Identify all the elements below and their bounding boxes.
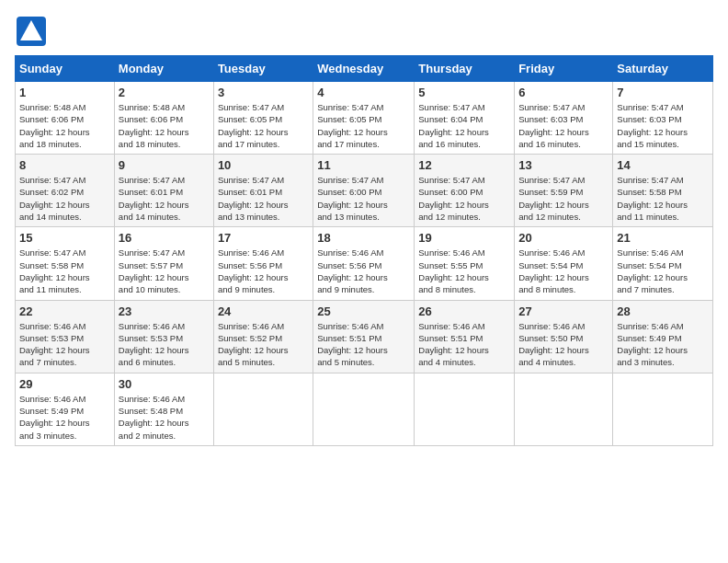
- calendar-cell: 19Sunrise: 5:46 AM Sunset: 5:55 PM Dayli…: [415, 227, 515, 300]
- calendar-cell: [415, 373, 515, 445]
- day-detail: Sunrise: 5:47 AM Sunset: 6:00 PM Dayligh…: [317, 174, 410, 223]
- day-number: 30: [119, 377, 210, 391]
- day-detail: Sunrise: 5:46 AM Sunset: 5:55 PM Dayligh…: [418, 247, 510, 295]
- day-detail: Sunrise: 5:46 AM Sunset: 5:54 PM Dayligh…: [617, 247, 709, 295]
- day-number: 28: [617, 304, 709, 318]
- day-detail: Sunrise: 5:46 AM Sunset: 5:56 PM Dayligh…: [218, 247, 309, 295]
- day-detail: Sunrise: 5:47 AM Sunset: 5:57 PM Dayligh…: [119, 247, 210, 295]
- day-number: 12: [418, 158, 510, 172]
- day-detail: Sunrise: 5:46 AM Sunset: 5:54 PM Dayligh…: [518, 247, 609, 295]
- day-number: 10: [218, 158, 309, 172]
- day-number: 11: [317, 158, 410, 172]
- calendar-cell: 6Sunrise: 5:47 AM Sunset: 6:03 PM Daylig…: [515, 82, 613, 155]
- weekday-header-friday: Friday: [515, 56, 613, 82]
- day-detail: Sunrise: 5:46 AM Sunset: 5:53 PM Dayligh…: [119, 320, 210, 369]
- calendar-week-row: 29Sunrise: 5:46 AM Sunset: 5:49 PM Dayli…: [16, 373, 713, 445]
- calendar-cell: 25Sunrise: 5:46 AM Sunset: 5:51 PM Dayli…: [313, 300, 415, 373]
- day-number: 9: [119, 158, 210, 172]
- day-detail: Sunrise: 5:46 AM Sunset: 5:49 PM Dayligh…: [617, 320, 709, 369]
- day-detail: Sunrise: 5:47 AM Sunset: 5:59 PM Dayligh…: [518, 174, 609, 223]
- day-number: 19: [418, 231, 510, 245]
- logo-icon: [15, 15, 48, 52]
- weekday-header-wednesday: Wednesday: [313, 56, 415, 82]
- calendar-cell: 28Sunrise: 5:46 AM Sunset: 5:49 PM Dayli…: [613, 300, 713, 373]
- day-detail: Sunrise: 5:48 AM Sunset: 6:06 PM Dayligh…: [119, 101, 210, 150]
- day-number: 22: [19, 304, 110, 318]
- day-number: 5: [418, 86, 510, 99]
- day-detail: Sunrise: 5:47 AM Sunset: 6:01 PM Dayligh…: [218, 174, 309, 223]
- calendar-cell: 5Sunrise: 5:47 AM Sunset: 6:04 PM Daylig…: [415, 82, 515, 155]
- calendar-cell: 8Sunrise: 5:47 AM Sunset: 6:02 PM Daylig…: [16, 155, 115, 227]
- calendar-cell: 7Sunrise: 5:47 AM Sunset: 6:03 PM Daylig…: [613, 82, 713, 155]
- day-detail: Sunrise: 5:46 AM Sunset: 5:52 PM Dayligh…: [218, 320, 309, 369]
- weekday-header-sunday: Sunday: [16, 56, 115, 82]
- calendar-cell: 27Sunrise: 5:46 AM Sunset: 5:50 PM Dayli…: [515, 300, 613, 373]
- day-detail: Sunrise: 5:46 AM Sunset: 5:49 PM Dayligh…: [19, 393, 110, 442]
- header: [15, 15, 713, 52]
- day-number: 2: [119, 86, 210, 99]
- day-number: 23: [119, 304, 210, 318]
- calendar-cell: 29Sunrise: 5:46 AM Sunset: 5:49 PM Dayli…: [16, 373, 115, 445]
- day-number: 21: [617, 231, 709, 245]
- calendar-cell: 16Sunrise: 5:47 AM Sunset: 5:57 PM Dayli…: [114, 227, 213, 300]
- calendar-cell: 3Sunrise: 5:47 AM Sunset: 6:05 PM Daylig…: [213, 82, 313, 155]
- day-detail: Sunrise: 5:47 AM Sunset: 5:58 PM Dayligh…: [19, 247, 110, 295]
- calendar-cell: 9Sunrise: 5:47 AM Sunset: 6:01 PM Daylig…: [114, 155, 213, 227]
- day-detail: Sunrise: 5:46 AM Sunset: 5:51 PM Dayligh…: [317, 320, 410, 369]
- calendar-cell: 10Sunrise: 5:47 AM Sunset: 6:01 PM Dayli…: [213, 155, 313, 227]
- calendar-week-row: 15Sunrise: 5:47 AM Sunset: 5:58 PM Dayli…: [16, 227, 713, 300]
- day-number: 24: [218, 304, 309, 318]
- day-number: 25: [317, 304, 410, 318]
- calendar-cell: 30Sunrise: 5:46 AM Sunset: 5:48 PM Dayli…: [114, 373, 213, 445]
- day-number: 18: [317, 231, 410, 245]
- calendar-cell: 2Sunrise: 5:48 AM Sunset: 6:06 PM Daylig…: [114, 82, 213, 155]
- calendar-cell: 18Sunrise: 5:46 AM Sunset: 5:56 PM Dayli…: [313, 227, 415, 300]
- calendar-cell: 11Sunrise: 5:47 AM Sunset: 6:00 PM Dayli…: [313, 155, 415, 227]
- weekday-header-thursday: Thursday: [415, 56, 515, 82]
- weekday-header-monday: Monday: [114, 56, 213, 82]
- calendar-cell: 26Sunrise: 5:46 AM Sunset: 5:51 PM Dayli…: [415, 300, 515, 373]
- day-detail: Sunrise: 5:48 AM Sunset: 6:06 PM Dayligh…: [19, 101, 110, 150]
- day-number: 15: [19, 231, 110, 245]
- day-detail: Sunrise: 5:46 AM Sunset: 5:56 PM Dayligh…: [317, 247, 410, 295]
- day-number: 6: [518, 86, 609, 99]
- day-number: 29: [19, 377, 110, 391]
- calendar-cell: 23Sunrise: 5:46 AM Sunset: 5:53 PM Dayli…: [114, 300, 213, 373]
- day-number: 20: [518, 231, 609, 245]
- calendar-cell: [515, 373, 613, 445]
- calendar-table: SundayMondayTuesdayWednesdayThursdayFrid…: [15, 55, 713, 446]
- day-number: 14: [617, 158, 709, 172]
- day-detail: Sunrise: 5:47 AM Sunset: 6:05 PM Dayligh…: [317, 101, 410, 150]
- calendar-cell: 21Sunrise: 5:46 AM Sunset: 5:54 PM Dayli…: [613, 227, 713, 300]
- day-detail: Sunrise: 5:46 AM Sunset: 5:48 PM Dayligh…: [119, 393, 210, 442]
- calendar-cell: 4Sunrise: 5:47 AM Sunset: 6:05 PM Daylig…: [313, 82, 415, 155]
- calendar-cell: 20Sunrise: 5:46 AM Sunset: 5:54 PM Dayli…: [515, 227, 613, 300]
- day-detail: Sunrise: 5:47 AM Sunset: 6:05 PM Dayligh…: [218, 101, 309, 150]
- day-number: 26: [418, 304, 510, 318]
- logo: [15, 15, 51, 52]
- day-number: 17: [218, 231, 309, 245]
- calendar-cell: [213, 373, 313, 445]
- calendar-cell: 14Sunrise: 5:47 AM Sunset: 5:58 PM Dayli…: [613, 155, 713, 227]
- weekday-header-saturday: Saturday: [613, 56, 713, 82]
- calendar-cell: 1Sunrise: 5:48 AM Sunset: 6:06 PM Daylig…: [16, 82, 115, 155]
- day-detail: Sunrise: 5:46 AM Sunset: 5:53 PM Dayligh…: [19, 320, 110, 369]
- day-number: 8: [19, 158, 110, 172]
- calendar-week-row: 22Sunrise: 5:46 AM Sunset: 5:53 PM Dayli…: [16, 300, 713, 373]
- day-number: 13: [518, 158, 609, 172]
- calendar-cell: 17Sunrise: 5:46 AM Sunset: 5:56 PM Dayli…: [213, 227, 313, 300]
- day-detail: Sunrise: 5:46 AM Sunset: 5:50 PM Dayligh…: [518, 320, 609, 369]
- day-detail: Sunrise: 5:47 AM Sunset: 6:00 PM Dayligh…: [418, 174, 510, 223]
- calendar-cell: 22Sunrise: 5:46 AM Sunset: 5:53 PM Dayli…: [16, 300, 115, 373]
- calendar-week-row: 1Sunrise: 5:48 AM Sunset: 6:06 PM Daylig…: [16, 82, 713, 155]
- calendar-week-row: 8Sunrise: 5:47 AM Sunset: 6:02 PM Daylig…: [16, 155, 713, 227]
- day-detail: Sunrise: 5:47 AM Sunset: 6:02 PM Dayligh…: [19, 174, 110, 223]
- day-number: 4: [317, 86, 410, 99]
- day-detail: Sunrise: 5:46 AM Sunset: 5:51 PM Dayligh…: [418, 320, 510, 369]
- calendar-header: SundayMondayTuesdayWednesdayThursdayFrid…: [16, 56, 713, 82]
- calendar-cell: 12Sunrise: 5:47 AM Sunset: 6:00 PM Dayli…: [415, 155, 515, 227]
- day-number: 16: [119, 231, 210, 245]
- calendar-body: 1Sunrise: 5:48 AM Sunset: 6:06 PM Daylig…: [16, 82, 713, 446]
- weekday-header-row: SundayMondayTuesdayWednesdayThursdayFrid…: [16, 56, 713, 82]
- calendar-cell: [613, 373, 713, 445]
